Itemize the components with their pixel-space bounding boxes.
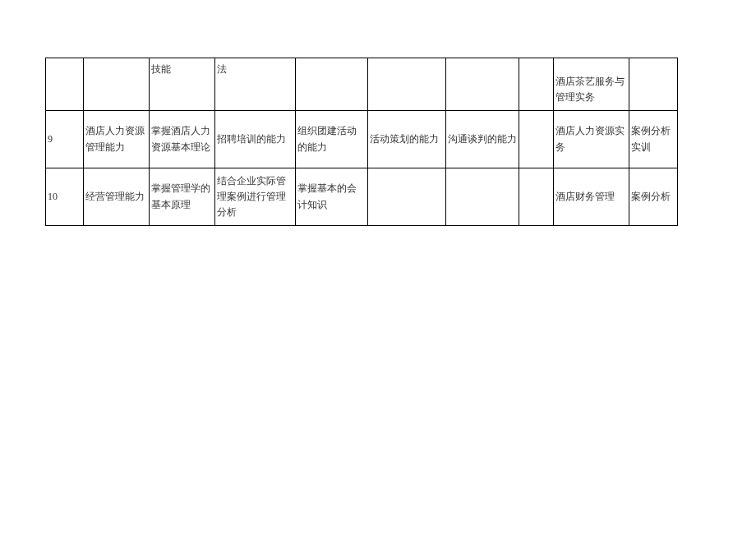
cell: 案例分析 [629, 168, 678, 226]
cell: 案例分析实训 [629, 111, 678, 168]
cell [368, 168, 446, 226]
cell: 结合企业实际管理案例进行管理分析 [215, 168, 296, 226]
cell [296, 58, 368, 111]
cell: 掌握基本的会计知识 [296, 168, 368, 226]
cell: 酒店财务管理 [554, 168, 629, 226]
cell [446, 58, 519, 111]
data-table: 技能 法 酒店茶艺服务与管理实务 9 酒店人力资源管理能力 掌握酒店人力资源基本… [45, 58, 678, 226]
table-row: 技能 法 酒店茶艺服务与管理实务 [46, 58, 678, 111]
cell [446, 168, 519, 226]
cell [519, 58, 554, 111]
cell-idx: 10 [46, 168, 84, 226]
cell: 法 [215, 58, 296, 111]
cell: 酒店茶艺服务与管理实务 [554, 58, 629, 111]
cell: 酒店人力资源实务 [554, 111, 629, 168]
cell: 组织团建活动的能力 [296, 111, 368, 168]
cell: 沟通谈判的能力 [446, 111, 519, 168]
cell-idx: 9 [46, 111, 84, 168]
cell [368, 58, 446, 111]
table-row: 9 酒店人力资源管理能力 掌握酒店人力资源基本理论 招聘培训的能力 组织团建活动… [46, 111, 678, 168]
cell: 酒店人力资源管理能力 [84, 111, 150, 168]
cell: 掌握酒店人力资源基本理论 [150, 111, 215, 168]
cell [519, 111, 554, 168]
cell: 掌握管理学的基本原理 [150, 168, 215, 226]
cell-idx [46, 58, 84, 111]
page: 技能 法 酒店茶艺服务与管理实务 9 酒店人力资源管理能力 掌握酒店人力资源基本… [0, 0, 756, 535]
cell: 招聘培训的能力 [215, 111, 296, 168]
cell [519, 168, 554, 226]
cell: 活动策划的能力 [368, 111, 446, 168]
cell: 技能 [150, 58, 215, 111]
cell [629, 58, 678, 111]
cell [84, 58, 150, 111]
table-row: 10 经营管理能力 掌握管理学的基本原理 结合企业实际管理案例进行管理分析 掌握… [46, 168, 678, 226]
cell: 经营管理能力 [84, 168, 150, 226]
